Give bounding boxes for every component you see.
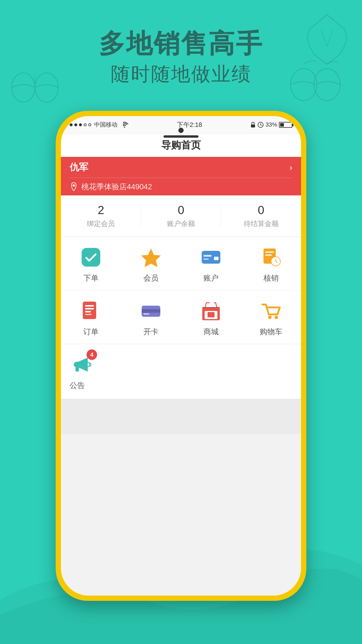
hero-header: 多地销售高手 随时随地做业绩 xyxy=(0,29,362,87)
gouwuche-label: 购物车 xyxy=(260,327,282,337)
menu-zhanghu[interactable]: 账户 xyxy=(181,246,241,283)
clock-icon xyxy=(257,122,264,128)
huiyuan-label: 会员 xyxy=(143,273,159,283)
signal-dot-3 xyxy=(79,123,82,126)
zhanghu-label: 账户 xyxy=(203,273,219,283)
svg-point-38 xyxy=(275,316,278,319)
dingdan-icon xyxy=(79,299,103,323)
menu-kaika[interactable]: 开卡 xyxy=(121,299,181,337)
icon-row-2: 订单 开卡 xyxy=(61,290,301,344)
hero-title-sub: 随时随地做业绩 xyxy=(0,61,362,87)
nav-arrow-icon: › xyxy=(289,162,292,172)
zhanghu-icon xyxy=(199,246,223,269)
svg-line-11 xyxy=(261,125,262,125)
carrier-name: 中国移动 xyxy=(94,121,117,129)
stats-row: 2 绑定会员 0 账户余额 0 待结算金额 xyxy=(61,195,301,237)
stat-pending-amount: 0 待结算金额 xyxy=(221,204,301,228)
hero-title-main: 多地销售高手 xyxy=(0,29,362,58)
dingdan-label: 订单 xyxy=(83,327,99,337)
kaika-icon xyxy=(139,299,163,323)
stat-bound-members-value: 2 xyxy=(98,204,104,217)
stat-pending-amount-label: 待结算金额 xyxy=(244,219,279,228)
phone-top-bar xyxy=(164,128,198,138)
battery-icon xyxy=(279,122,292,128)
svg-rect-24 xyxy=(83,302,96,319)
shangcheng-label: 商城 xyxy=(203,327,219,337)
status-right: 33% xyxy=(250,121,292,128)
kaika-label: 开卡 xyxy=(143,327,159,337)
phone-body: 中国移动 下午2:18 xyxy=(61,116,301,596)
signal-dot-1 xyxy=(70,123,73,126)
gray-bottom xyxy=(61,399,301,434)
svg-rect-26 xyxy=(85,308,94,309)
svg-rect-20 xyxy=(265,254,272,256)
svg-rect-30 xyxy=(142,309,160,313)
hexiao-label: 核销 xyxy=(263,273,279,283)
stat-pending-amount-value: 0 xyxy=(258,204,264,217)
phone-device: 中国移动 下午2:18 xyxy=(56,111,306,601)
svg-marker-36 xyxy=(211,302,215,304)
phone-screen: 中国移动 下午2:18 xyxy=(61,116,301,596)
status-left: 中国移动 xyxy=(70,121,129,129)
svg-point-12 xyxy=(73,184,75,187)
gouwuche-icon xyxy=(259,299,283,323)
front-camera xyxy=(178,128,184,133)
svg-rect-8 xyxy=(251,125,255,127)
announce-section[interactable]: 4 公告 xyxy=(61,344,301,399)
announce-badge: 4 xyxy=(87,349,97,360)
huiyuan-icon xyxy=(139,246,163,269)
svg-rect-17 xyxy=(214,257,219,260)
svg-rect-15 xyxy=(203,255,212,257)
svg-rect-16 xyxy=(203,258,209,260)
xiadan-icon xyxy=(79,246,103,269)
stat-bound-members: 2 绑定会员 xyxy=(61,204,141,228)
announce-label: 公告 xyxy=(70,380,85,391)
svg-rect-31 xyxy=(143,313,149,315)
wifi-icon xyxy=(120,122,129,128)
menu-hexiao[interactable]: 核销 xyxy=(241,246,301,283)
user-name-row[interactable]: 仇军 › xyxy=(70,157,292,178)
svg-rect-34 xyxy=(208,312,215,317)
signal-dot-5 xyxy=(88,123,91,126)
svg-point-7 xyxy=(124,127,125,128)
hexiao-icon xyxy=(259,246,283,269)
signal-dot-4 xyxy=(84,123,87,126)
shangcheng-icon xyxy=(199,299,223,323)
menu-dingdan[interactable]: 订单 xyxy=(61,299,121,337)
stat-bound-members-label: 绑定会员 xyxy=(87,219,115,228)
announce-icon-wrap: 4 xyxy=(70,352,93,377)
stat-account-balance-label: 账户余额 xyxy=(167,219,195,228)
stat-account-balance: 0 账户余额 xyxy=(141,204,221,228)
icon-row-1: 下单 会员 xyxy=(61,237,301,290)
battery-percent: 33% xyxy=(266,121,277,128)
user-location-row: 桃花季体验店449042 xyxy=(70,178,292,195)
lock-icon xyxy=(250,122,256,128)
user-name: 仇军 xyxy=(70,161,88,174)
menu-huiyuan[interactable]: 会员 xyxy=(121,246,181,283)
svg-rect-25 xyxy=(85,305,94,307)
svg-rect-41 xyxy=(75,367,79,372)
icon-grid: 下单 会员 xyxy=(61,237,301,344)
stat-account-balance-value: 0 xyxy=(178,204,184,217)
signal-dot-2 xyxy=(74,123,77,126)
svg-rect-28 xyxy=(85,314,92,315)
menu-shangcheng[interactable]: 商城 xyxy=(181,299,241,337)
store-location: 桃花季体验店449042 xyxy=(81,182,152,192)
phone-speaker xyxy=(164,135,198,138)
xiadan-label: 下单 xyxy=(83,273,99,283)
nav-title: 导购首页 xyxy=(161,139,201,152)
location-icon xyxy=(70,182,78,191)
svg-rect-35 xyxy=(210,302,211,306)
svg-rect-19 xyxy=(265,251,274,253)
menu-gouwuche[interactable]: 购物车 xyxy=(241,299,301,337)
menu-xiadan[interactable]: 下单 xyxy=(61,246,121,283)
svg-rect-13 xyxy=(82,248,100,267)
svg-point-37 xyxy=(268,316,272,319)
svg-rect-27 xyxy=(85,311,91,312)
user-header[interactable]: 仇军 › 桃花季体验店449042 xyxy=(61,157,301,195)
